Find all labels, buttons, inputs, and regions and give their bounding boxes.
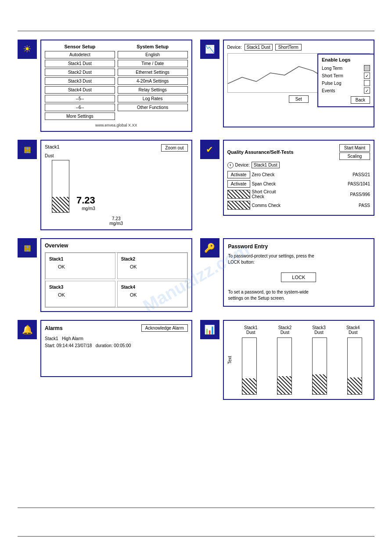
password-title: Password Entry xyxy=(228,243,370,250)
sensor-more-btn[interactable]: More Settings xyxy=(45,112,115,120)
chart-device-select[interactable]: Stack1 Dust xyxy=(245,44,273,51)
qa-panel: Quality Assurance/Self-Tests Start Maint… xyxy=(223,140,375,216)
chart-device-label: Device: xyxy=(227,45,242,50)
system-relay-btn[interactable]: Relay Settings xyxy=(118,86,188,94)
multi-fill-0 xyxy=(242,378,256,394)
qa-test-name-3: Comms Check xyxy=(252,203,345,208)
qa-hatch-1 xyxy=(227,201,250,210)
enable-logs-title: Enable Logs xyxy=(322,57,370,62)
log-row-longterm: Long Term xyxy=(322,65,370,71)
system-timedate-btn[interactable]: Time / Date xyxy=(118,60,188,67)
bar-bottom-value: 7.23 mg/m3 xyxy=(45,216,188,226)
bar-label-0-line1: Stack1 xyxy=(244,325,258,330)
qa-device-row: i Device: Stack1 Dust xyxy=(227,162,370,168)
multi-bar-content: Text Stack1 Dust Stack2 Dust xyxy=(227,325,370,395)
bars-icon: 📊 xyxy=(204,324,215,335)
bar-label-1-line2: Dust xyxy=(281,330,290,335)
shortterm-button[interactable]: ShortTerm xyxy=(275,44,302,51)
multi-fill-2 xyxy=(313,374,327,394)
password-desc: To password-protect your settings, press… xyxy=(228,253,370,265)
sensor-stack2-btn[interactable]: Stack2 Dust xyxy=(45,69,115,76)
log-longterm-checkbox[interactable] xyxy=(364,65,370,71)
alarms-panel: Alarms Acknowledge Alarm Stack1 High Ala… xyxy=(40,320,192,377)
key-icon: 🔑 xyxy=(204,243,215,253)
sensor-6-btn[interactable]: --6-- xyxy=(45,104,115,111)
qa-test-row-1: Activate Span Check PASS/1041 xyxy=(227,180,370,188)
system-otherfuncs-btn[interactable]: Other Functions xyxy=(118,104,188,111)
back-button[interactable]: Back xyxy=(351,96,370,104)
multi-bar-text-label: Text xyxy=(227,356,232,364)
qa-activate-0[interactable]: Activate xyxy=(227,171,250,178)
system-420ma-btn[interactable]: 4-20mA Settings xyxy=(118,77,188,85)
overview-title: Overview xyxy=(45,243,188,249)
qa-activate-1[interactable]: Activate xyxy=(227,180,250,188)
qa-result-0: PASS/21 xyxy=(346,172,370,177)
overview-wrapper: ▦ Overview Stack1 OK Stack2 OK Stack3 OK xyxy=(18,238,192,312)
row4-left-icon: 🔔 xyxy=(18,320,37,339)
setup-columns: Sensor Setup Autodetect Stack1 Dust Stac… xyxy=(45,44,188,121)
bottom-rule-1 xyxy=(18,508,374,508)
bar-gauge-panel: Stack1 Zoom out Dust 7.23 mg/m3 7.23 mg/… xyxy=(40,140,192,230)
zoom-out-button[interactable]: Zoom out xyxy=(161,144,187,152)
alarms-header: Alarms Acknowledge Alarm xyxy=(45,324,188,332)
overview-cell-0: Stack1 OK xyxy=(45,253,115,279)
row1-right-icon: 📉 xyxy=(200,40,219,59)
lock-button[interactable]: LOCK xyxy=(281,272,316,282)
qa-header: Quality Assurance/Self-Tests Start Maint… xyxy=(227,144,370,160)
setup-wrapper: ☀ Sensor Setup Autodetect Stack1 Dust St… xyxy=(18,40,192,132)
sensor-stack3-btn[interactable]: Stack3 Dust xyxy=(45,77,115,85)
stack1-status: OK xyxy=(58,264,65,269)
bar-header: Stack1 Zoom out xyxy=(45,144,188,152)
overview-cell-1: Stack2 OK xyxy=(117,253,187,279)
top-rule xyxy=(18,31,374,31)
system-ethernet-btn[interactable]: Ethernet Settings xyxy=(118,69,188,76)
setup-footer: www.envea.global X.XX xyxy=(45,123,188,127)
system-logrates-btn[interactable]: Log Rates xyxy=(118,95,188,102)
alarms-wrapper: 🔔 Alarms Acknowledge Alarm Stack1 High A… xyxy=(18,320,192,400)
row2-left-icon: ▦ xyxy=(18,140,37,159)
log-shortterm-checkbox[interactable]: ✓ xyxy=(364,73,370,79)
bar-unit: mg/m3 xyxy=(82,206,95,211)
row-3: ▦ Overview Stack1 OK Stack2 OK Stack3 OK xyxy=(18,238,374,312)
log-events-label: Events xyxy=(322,88,335,93)
stack4-name: Stack4 xyxy=(121,285,135,290)
bar-gauge-element xyxy=(52,160,69,213)
scaling-button[interactable]: Scaling xyxy=(339,152,370,160)
stack3-name: Stack3 xyxy=(49,285,63,290)
sensor-stack1-btn[interactable]: Stack1 Dust xyxy=(45,60,115,67)
qa-test-row-3: Comms Check PASS xyxy=(227,201,370,210)
row2-right-icon: ✔ xyxy=(200,140,219,159)
multi-gauge-2 xyxy=(312,337,327,395)
system-english-btn[interactable]: English xyxy=(118,51,188,58)
multi-bar-wrapper: 📊 Text Stack1 Dust Stack2 Dust xyxy=(200,320,375,400)
alarm-row-1: Stack1 High Alarm Start: 09:14:44 23/07/… xyxy=(45,335,188,349)
qa-device-label: Device: xyxy=(235,163,250,167)
stack1-name: Stack1 xyxy=(49,257,63,261)
qa-title: Quality Assurance/Self-Tests xyxy=(227,149,294,155)
chart-wrapper: 📉 Device: Stack1 Dust ShortTerm Set Enab… xyxy=(200,40,375,132)
bell-icon: 🔔 xyxy=(22,324,33,335)
row1-left-icon: ☀ xyxy=(18,40,37,59)
log-pulselog-label: Pulse Log xyxy=(322,81,341,86)
qa-device-select[interactable]: Stack1 Dust xyxy=(252,162,280,168)
sensor-5-btn[interactable]: --5-- xyxy=(45,95,115,102)
bar-label-3-line2: Dust xyxy=(349,330,358,335)
acknowledge-alarm-button[interactable]: Acknowledge Alarm xyxy=(141,324,188,332)
bar-label-1-line1: Stack2 xyxy=(278,325,292,330)
sensor-stack4-btn[interactable]: Stack4 Dust xyxy=(45,86,115,94)
stack2-status: OK xyxy=(130,264,137,269)
chart-set-button[interactable]: Set xyxy=(289,95,309,103)
bar-col-3: Stack4 Dust xyxy=(346,325,360,335)
bottom-rule-2 xyxy=(18,536,374,537)
sensor-setup-title: Sensor Setup xyxy=(64,44,95,49)
bar-col-2: Stack3 Dust xyxy=(312,325,326,335)
log-pulselog-checkbox[interactable] xyxy=(364,80,370,86)
enable-logs-box: Enable Logs Long Term Short Term ✓ Pulse… xyxy=(317,54,374,107)
row-1: ☀ Sensor Setup Autodetect Stack1 Dust St… xyxy=(18,40,374,132)
start-maint-button[interactable]: Start Maint xyxy=(339,144,370,152)
password-note: To set a password, go to the system-wide… xyxy=(228,289,370,301)
sensor-autodetect-btn[interactable]: Autodetect xyxy=(45,51,115,58)
log-events-checkbox[interactable]: ✓ xyxy=(364,87,370,94)
multi-gauge-0 xyxy=(242,337,257,395)
row4-right-icon: 📊 xyxy=(200,320,219,339)
